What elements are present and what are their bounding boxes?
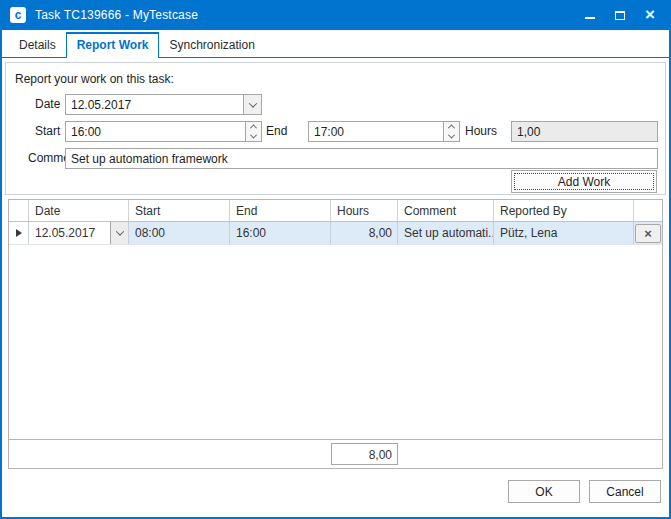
- end-spinner: [443, 122, 459, 141]
- tabstrip: Details Report Work Synchronization: [2, 30, 669, 58]
- work-entries-grid: Date Start End Hours Comment Reported By: [8, 199, 663, 469]
- table-row[interactable]: 08:00 16:00 8,00 Set up automati... Pütz…: [9, 222, 662, 245]
- minimize-icon: [585, 17, 595, 19]
- row-date-dropdown-button[interactable]: [110, 222, 128, 244]
- row-reported-by-cell[interactable]: Pütz, Lena: [494, 222, 634, 244]
- end-label: End: [266, 124, 287, 138]
- end-field: [308, 121, 460, 142]
- maximize-icon: [615, 11, 625, 20]
- minimize-button[interactable]: [575, 4, 605, 26]
- row-date-cell: [29, 222, 129, 244]
- date-label: Date: [35, 97, 60, 111]
- row-comment-cell[interactable]: Set up automati...: [398, 222, 494, 244]
- report-work-tab-content: Report your work on this task: Date Star…: [2, 58, 669, 517]
- hours-field: [511, 121, 658, 142]
- tab-synchronization[interactable]: Synchronization: [159, 34, 264, 57]
- header-delete-cell: [634, 200, 662, 221]
- row-end-cell[interactable]: 16:00: [230, 222, 331, 244]
- row-date-input[interactable]: [29, 222, 110, 244]
- start-spin-down-button[interactable]: [246, 132, 261, 142]
- add-work-button[interactable]: Add Work: [511, 170, 657, 193]
- date-dropdown-button[interactable]: [243, 95, 261, 114]
- chevron-down-icon: [115, 227, 123, 235]
- tab-report-work[interactable]: Report Work: [66, 32, 160, 58]
- close-icon: ×: [645, 6, 655, 23]
- start-label: Start: [35, 124, 60, 138]
- grid-header: Date Start End Hours Comment Reported By: [9, 200, 662, 222]
- comment-field: [65, 148, 658, 169]
- start-spinner: [245, 122, 261, 141]
- grid-empty-area: [9, 245, 662, 439]
- window-title: Task TC139666 - MyTestcase: [35, 8, 198, 22]
- cancel-button[interactable]: Cancel: [589, 480, 661, 503]
- end-spin-down-button[interactable]: [444, 132, 459, 142]
- header-date[interactable]: Date: [29, 200, 129, 221]
- row-hours-cell[interactable]: 8,00: [331, 222, 398, 244]
- hours-label: Hours: [465, 124, 497, 138]
- date-input[interactable]: [66, 95, 243, 114]
- maximize-button[interactable]: [605, 4, 635, 26]
- end-spin-up-button[interactable]: [444, 122, 459, 132]
- chevron-down-icon: [250, 131, 257, 138]
- end-input[interactable]: [309, 122, 443, 141]
- header-end[interactable]: End: [230, 200, 331, 221]
- chevron-down-icon: [448, 131, 455, 138]
- header-comment[interactable]: Comment: [398, 200, 494, 221]
- report-work-panel: Report your work on this task: Date Star…: [5, 62, 666, 195]
- row-indicator-cell: [9, 222, 29, 244]
- titlebar: c Task TC139666 - MyTestcase ×: [2, 0, 669, 30]
- row-delete-cell: ×: [634, 222, 662, 244]
- ok-button[interactable]: OK: [508, 480, 580, 503]
- header-reported-by[interactable]: Reported By: [494, 200, 634, 221]
- hours-total: 8,00: [331, 443, 398, 465]
- grid-summary-row: 8,00: [9, 439, 662, 468]
- delete-row-button[interactable]: ×: [635, 224, 661, 243]
- task-window: c Task TC139666 - MyTestcase × Details R…: [0, 0, 671, 519]
- header-indicator-cell: [9, 200, 29, 221]
- start-field: [65, 121, 262, 142]
- app-icon: c: [10, 7, 26, 23]
- dialog-footer: OK Cancel: [508, 480, 661, 503]
- comment-input[interactable]: [66, 149, 657, 168]
- row-start-cell[interactable]: 08:00: [129, 222, 230, 244]
- header-hours[interactable]: Hours: [331, 200, 398, 221]
- row-indicator-icon: [16, 229, 22, 237]
- close-button[interactable]: ×: [635, 4, 665, 26]
- date-field: [65, 94, 262, 115]
- header-start[interactable]: Start: [129, 200, 230, 221]
- start-input[interactable]: [66, 122, 245, 141]
- chevron-down-icon: [248, 99, 256, 107]
- tab-details[interactable]: Details: [9, 34, 66, 57]
- hours-input: [512, 122, 657, 141]
- window-controls: ×: [575, 4, 665, 26]
- start-spin-up-button[interactable]: [246, 122, 261, 132]
- panel-heading: Report your work on this task:: [15, 72, 174, 86]
